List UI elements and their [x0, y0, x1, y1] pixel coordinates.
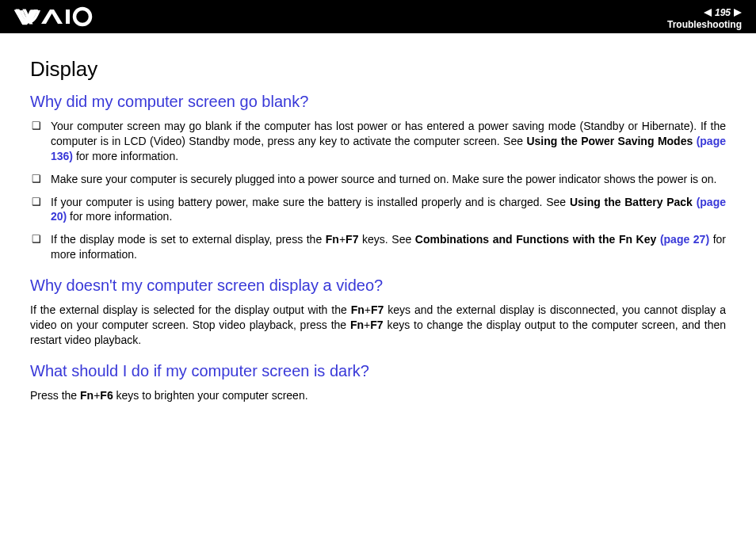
question-2-title: Why doesn't my computer screen display a…	[30, 277, 726, 295]
header-bar: 195 Troubleshooting	[0, 0, 756, 33]
text: If the display mode is set to external d…	[51, 233, 326, 246]
nav-next-icon[interactable]	[734, 9, 742, 17]
svg-rect-1	[66, 10, 70, 24]
svg-marker-0	[41, 10, 63, 24]
question-1-title: Why did my computer screen go blank?	[30, 93, 726, 111]
page-title: Display	[30, 57, 726, 82]
page-nav: 195	[704, 7, 742, 18]
section-label: Troubleshooting	[667, 19, 742, 30]
list-item: If your computer is using battery power,…	[30, 195, 726, 225]
bold-text: Using the Power Saving Modes	[526, 135, 693, 147]
text: Press the	[30, 389, 80, 402]
key: Fn	[326, 233, 339, 246]
bold-text: Using the Battery Pack	[570, 196, 693, 208]
question-2-body: If the external display is selected for …	[30, 303, 726, 348]
bold-text: Combinations and Functions with the Fn K…	[415, 233, 656, 246]
list-item: If the display mode is set to external d…	[30, 232, 726, 262]
text: for more information.	[67, 210, 172, 223]
question-3-title: What should I do if my computer screen i…	[30, 362, 726, 380]
header-right: 195 Troubleshooting	[667, 7, 742, 30]
page-link[interactable]: (page 27)	[656, 233, 709, 246]
question-3-body: Press the Fn+F6 keys to brighten your co…	[30, 388, 726, 403]
svg-point-2	[74, 9, 90, 25]
text: If the external display is selected for …	[30, 303, 351, 316]
text: Make sure your computer is securely plug…	[51, 173, 716, 185]
text: If your computer is using battery power,…	[51, 196, 570, 208]
text: +	[339, 233, 346, 246]
key: F7	[370, 318, 383, 331]
content-area: Display Why did my computer screen go bl…	[0, 33, 756, 425]
key: Fn	[80, 389, 94, 402]
text: +	[365, 303, 371, 316]
page-number: 195	[715, 7, 731, 18]
text: keys. See	[358, 233, 414, 246]
text: keys to brighten your computer screen.	[113, 389, 308, 402]
key: Fn	[351, 303, 365, 316]
list-item: Your computer screen may go blank if the…	[30, 119, 726, 164]
list-item: Make sure your computer is securely plug…	[30, 172, 726, 187]
key: F7	[371, 303, 384, 316]
nav-prev-icon[interactable]	[704, 9, 712, 17]
text: for more information.	[73, 150, 178, 162]
key: F7	[346, 233, 358, 246]
key: Fn	[350, 318, 364, 331]
vaio-logo-mark	[14, 6, 94, 30]
key: F6	[100, 389, 113, 402]
question-1-list: Your computer screen may go blank if the…	[30, 119, 726, 262]
